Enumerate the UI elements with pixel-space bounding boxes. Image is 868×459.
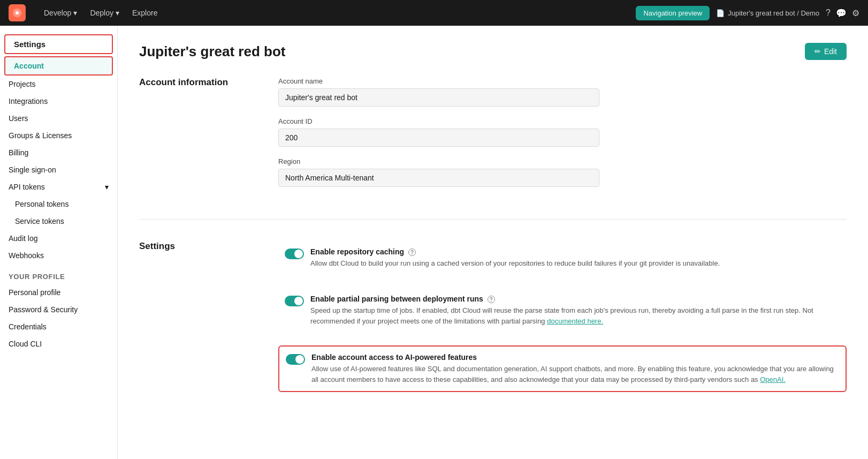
sidebar-item-webhooks[interactable]: Webhooks [0, 247, 117, 264]
sidebar-item-account[interactable]: Account [4, 56, 113, 76]
logo[interactable] [9, 4, 26, 21]
edit-icon: ✏ [814, 47, 821, 56]
chevron-down-icon: ▾ [73, 9, 77, 17]
settings-right: Enable repository caching ? Allow dbt Cl… [278, 241, 847, 405]
account-id-input[interactable] [278, 129, 599, 147]
sidebar: Settings Account Projects Integrations U… [0, 26, 118, 459]
main-content: Jupiter's great red bot ✏ Edit Account i… [118, 26, 868, 459]
account-name-input[interactable] [278, 88, 599, 107]
sidebar-item-api-tokens[interactable]: API tokens ▾ [0, 178, 117, 195]
region-input[interactable] [278, 169, 599, 187]
partial-parsing-content: Enable partial parsing between deploymen… [310, 295, 840, 326]
ai-features-label: Enable account access to AI-powered feat… [311, 353, 839, 362]
account-name-label: Account name [278, 77, 847, 85]
top-navigation: Develop ▾ Deploy ▾ Explore Navigation pr… [0, 0, 868, 26]
toggle-thumb [294, 250, 303, 258]
sidebar-item-audit-log[interactable]: Audit log [0, 230, 117, 247]
your-profile-section: Your profile [0, 264, 117, 284]
account-id-field: Account ID [278, 117, 847, 147]
repo-cache-toggle-item: Enable repository caching ? Allow dbt Cl… [278, 241, 847, 275]
nav-develop[interactable]: Develop ▾ [39, 5, 82, 20]
repo-cache-toggle[interactable] [285, 249, 304, 259]
page-title: Jupiter's great red bot [139, 43, 285, 60]
toggle-thumb [294, 297, 303, 305]
chat-icon[interactable]: 💬 [836, 8, 847, 18]
repo-cache-content: Enable repository caching ? Allow dbt Cl… [310, 247, 720, 269]
ai-features-toggle-item: Enable account access to AI-powered feat… [278, 345, 847, 392]
settings-section: Settings Enable repository caching ? [139, 241, 847, 426]
project-breadcrumb[interactable]: 📄 Jupiter's great red bot / Demo [716, 9, 819, 17]
nav-preview-button[interactable]: Navigation preview [636, 6, 710, 20]
sidebar-item-groups[interactable]: Groups & Licenses [0, 127, 117, 144]
app-layout: Settings Account Projects Integrations U… [0, 26, 868, 459]
main-navigation: Develop ▾ Deploy ▾ Explore [39, 5, 623, 20]
ai-features-content: Enable account access to AI-powered feat… [311, 353, 839, 385]
sidebar-item-service-tokens[interactable]: Service tokens [0, 213, 117, 230]
account-info-section: Account information Account name Account… [139, 77, 847, 220]
settings-gear-icon[interactable]: ⚙ [852, 8, 859, 18]
sidebar-item-credentials[interactable]: Credentials [0, 318, 117, 335]
repo-cache-desc: Allow dbt Cloud to build your run using … [310, 258, 720, 269]
openai-link[interactable]: OpenAI. [760, 375, 786, 383]
settings-layout: Settings Enable repository caching ? [139, 241, 847, 405]
sidebar-item-projects[interactable]: Projects [0, 76, 117, 93]
account-info-title: Account information [139, 77, 257, 88]
file-icon: 📄 [716, 9, 725, 17]
account-info-layout: Account information Account name Account… [139, 77, 847, 198]
repo-cache-label: Enable repository caching ? [310, 247, 720, 256]
partial-parsing-toggle[interactable] [285, 296, 304, 306]
topnav-right: Navigation preview 📄 Jupiter's great red… [636, 6, 859, 20]
info-icon[interactable]: ? [488, 296, 495, 303]
account-info-left: Account information [139, 77, 257, 198]
sidebar-item-cloud-cli[interactable]: Cloud CLI [0, 335, 117, 352]
chevron-down-icon: ▾ [105, 183, 109, 191]
nav-deploy[interactable]: Deploy ▾ [85, 5, 125, 20]
sidebar-item-integrations[interactable]: Integrations [0, 93, 117, 110]
sidebar-item-sso[interactable]: Single sign-on [0, 161, 117, 178]
sidebar-item-personal-profile[interactable]: Personal profile [0, 284, 117, 301]
sidebar-item-users[interactable]: Users [0, 110, 117, 127]
topnav-icons: ? 💬 ⚙ [826, 8, 859, 18]
sidebar-item-personal-tokens[interactable]: Personal tokens [0, 195, 117, 213]
info-icon[interactable]: ? [408, 249, 416, 256]
partial-parsing-toggle-item: Enable partial parsing between deploymen… [278, 288, 847, 333]
settings-left: Settings [139, 241, 257, 405]
region-field: Region [278, 157, 847, 187]
region-label: Region [278, 157, 847, 165]
partial-parsing-link[interactable]: documented here. [547, 317, 603, 325]
ai-features-toggle[interactable] [286, 354, 305, 365]
toggle-thumb [295, 355, 304, 364]
partial-parsing-label: Enable partial parsing between deploymen… [310, 295, 840, 303]
ai-features-desc: Allow use of AI-powered features like SQ… [311, 364, 839, 385]
sidebar-item-password-security[interactable]: Password & Security [0, 301, 117, 318]
page-header: Jupiter's great red bot ✏ Edit [139, 43, 847, 60]
account-name-field: Account name [278, 77, 847, 107]
account-info-right: Account name Account ID Region [278, 77, 847, 198]
partial-parsing-desc: Speed up the startup time of jobs. If en… [310, 305, 840, 326]
nav-explore[interactable]: Explore [127, 5, 163, 20]
sidebar-item-billing[interactable]: Billing [0, 144, 117, 161]
sidebar-settings-header: Settings [4, 34, 113, 54]
chevron-down-icon: ▾ [116, 9, 119, 17]
settings-title: Settings [139, 241, 257, 252]
edit-button[interactable]: ✏ Edit [805, 43, 847, 60]
account-id-label: Account ID [278, 117, 847, 125]
help-icon[interactable]: ? [826, 8, 831, 18]
